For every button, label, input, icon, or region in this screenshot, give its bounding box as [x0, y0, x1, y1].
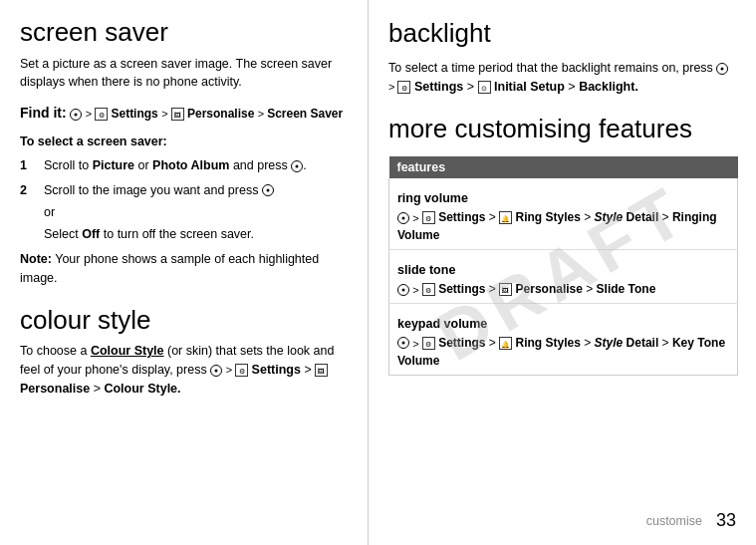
settings-icon-3: ⚙ [397, 81, 410, 94]
keypad-volume-name: keypad volume [397, 309, 729, 334]
find-it-path: > ⚙ Settings > 🖼 Personalise > Screen Sa… [70, 107, 343, 121]
more-features-title: more customising features [388, 115, 738, 143]
features-table: features ring volume > ⚙ Settings > 🔔 Ri… [388, 156, 738, 375]
screen-saver-title: screen saver [20, 18, 350, 47]
find-it-label: Find it: [20, 105, 67, 121]
settings-icon-1: ⚙ [95, 108, 108, 121]
backlight-intro: To select a time period that the backlig… [388, 59, 738, 97]
find-it-section: Find it: > ⚙ Settings > 🖼 Personalise > … [20, 102, 350, 125]
center-btn-icon-4 [210, 365, 222, 377]
center-btn-icon-7 [397, 284, 409, 296]
step-1: 1 Scroll to Picture or Photo Album and p… [20, 156, 350, 175]
center-button-icon [70, 109, 82, 121]
screen-saver-intro: Set a picture as a screen saver image. T… [20, 55, 350, 93]
ring-styles-icon-1: 🔔 [499, 211, 512, 224]
note-text: Note: Your phone shows a sample of each … [20, 250, 350, 288]
screen-saver-label: Screen Saver [267, 107, 343, 121]
left-column: screen saver Set a picture as a screen s… [0, 0, 369, 545]
personalise-label-1: Personalise [187, 107, 258, 121]
settings-icon-5: ⚙ [422, 283, 435, 296]
page-footer: customise 33 [646, 510, 736, 531]
step-1-num: 1 [20, 156, 34, 175]
step-1-text: Scroll to Picture or Photo Album and pre… [44, 156, 307, 175]
personalise-icon-3: 🖼 [499, 283, 512, 296]
step-2: 2 Scroll to the image you want and press [20, 181, 350, 200]
step-2-num: 2 [20, 181, 34, 200]
colour-style-intro: To choose a Colour Style (or skin) that … [20, 342, 350, 398]
personalise-icon-2: 🖼 [315, 364, 328, 377]
center-btn-icon-2 [291, 160, 303, 172]
select-heading: To select a screen saver: [20, 135, 350, 148]
slide-tone-path: > ⚙ Settings > 🖼 Personalise > Slide Ton… [397, 280, 729, 298]
table-row: ring volume > ⚙ Settings > 🔔 Ring Styles… [389, 178, 738, 249]
colour-style-section: colour style To choose a Colour Style (o… [20, 306, 350, 399]
arrow-icon-3: > [258, 108, 267, 120]
center-btn-icon-6 [397, 212, 409, 224]
personalise-icon-1: 🖼 [171, 108, 184, 121]
footer-word: customise [646, 514, 702, 528]
settings-label-1: Settings [111, 107, 161, 121]
steps-list: 1 Scroll to Picture or Photo Album and p… [20, 156, 350, 200]
table-row: slide tone > ⚙ Settings > 🖼 Personalise … [389, 249, 738, 303]
settings-icon-4: ⚙ [422, 211, 435, 224]
keypad-volume-path: > ⚙ Settings > 🔔 Ring Styles > Style Det… [397, 334, 729, 370]
page-number: 33 [716, 510, 736, 531]
center-btn-icon-8 [397, 337, 409, 349]
center-btn-icon-3 [262, 184, 274, 196]
right-column: backlight To select a time period that t… [369, 0, 756, 545]
or-label: or [44, 205, 350, 219]
table-row: keypad volume > ⚙ Settings > 🔔 Ring Styl… [389, 303, 738, 375]
settings-icon-6: ⚙ [422, 337, 435, 350]
step-2-text: Scroll to the image you want and press [44, 181, 274, 200]
colour-style-title: colour style [20, 306, 350, 335]
backlight-title: backlight [388, 18, 738, 49]
ring-styles-icon-2: 🔔 [499, 337, 512, 350]
initial-setup-icon: ⊙ [478, 81, 491, 94]
arrow-icon-2: > [161, 108, 170, 120]
ring-volume-path: > ⚙ Settings > 🔔 Ring Styles > Style Det… [397, 208, 729, 244]
center-btn-icon-5 [716, 63, 728, 75]
arrow-icon-1: > [86, 108, 95, 120]
ring-volume-name: ring volume [397, 183, 729, 208]
select-off-text: Select Off to turn off the screen saver. [44, 225, 350, 244]
slide-tone-name: slide tone [397, 255, 729, 280]
settings-icon-2: ⚙ [235, 364, 248, 377]
table-header: features [389, 156, 738, 178]
